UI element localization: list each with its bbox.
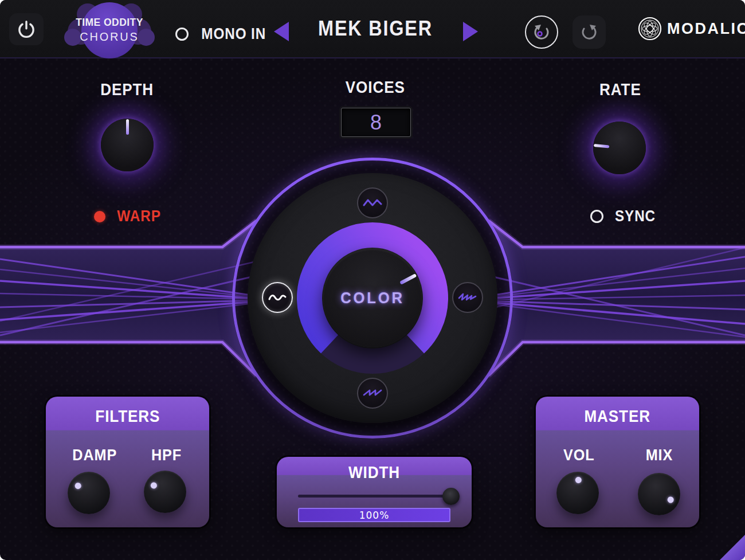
next-preset-button[interactable] — [463, 22, 478, 41]
waveform-button-triangle[interactable] — [357, 187, 388, 218]
triangle-wave-icon — [363, 197, 382, 209]
previous-preset-button[interactable] — [274, 22, 289, 41]
waveform-button-sine[interactable] — [262, 282, 293, 313]
preset-name[interactable]: MEK BIGER — [289, 0, 461, 57]
power-button[interactable] — [9, 13, 44, 45]
power-icon — [17, 19, 36, 39]
modalics-brand: MODALICS — [637, 0, 745, 57]
redo-button[interactable] — [573, 15, 606, 49]
saw-wave-icon — [363, 387, 382, 400]
color-knob[interactable]: COLOR — [323, 249, 422, 347]
logo-line2: CHORUS — [70, 30, 150, 44]
undo-button[interactable] — [525, 15, 558, 49]
top-bar: TIME ODDITY CHORUS MONO IN MEK BIGER — [0, 0, 745, 58]
modalics-logo-icon — [637, 16, 662, 41]
redo-icon — [578, 21, 601, 44]
mono-in-label: MONO IN — [201, 25, 266, 43]
sine-wave-icon — [268, 291, 287, 304]
undo-icon — [530, 21, 553, 44]
logo-line1: TIME ODDITY — [71, 16, 148, 29]
brand-text: MODALICS — [667, 20, 745, 38]
waveform-button-saw[interactable] — [357, 378, 388, 409]
preset-name-text: MEK BIGER — [318, 17, 433, 41]
plugin-window: TIME ODDITY CHORUS MONO IN MEK BIGER — [0, 0, 745, 560]
noise-wave-icon — [458, 291, 477, 304]
mono-in-toggle-circle — [175, 28, 189, 41]
color-label: COLOR — [326, 249, 419, 347]
time-oddity-logo: TIME ODDITY CHORUS — [68, 3, 151, 56]
mono-in-toggle[interactable]: MONO IN — [175, 25, 270, 43]
waveform-button-noise[interactable] — [452, 282, 483, 313]
